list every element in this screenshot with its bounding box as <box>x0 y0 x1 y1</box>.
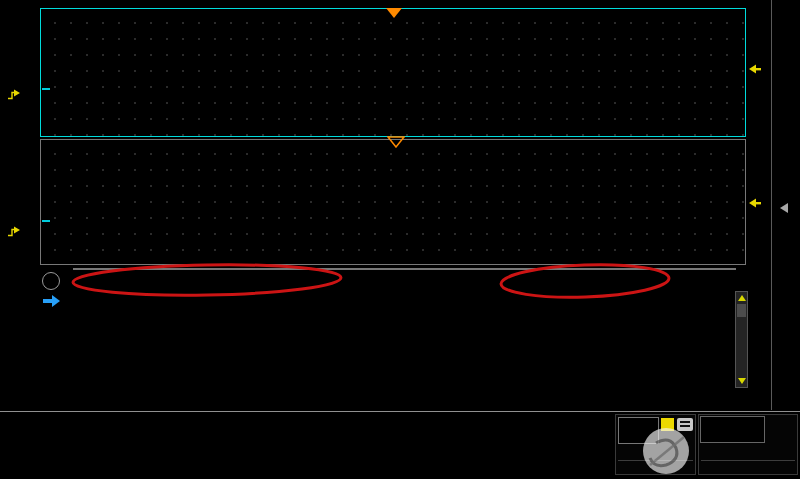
trigger-source-badge <box>661 418 674 431</box>
oscilloscope-screen <box>0 0 800 479</box>
scroll-down-icon[interactable] <box>738 378 746 384</box>
status-bar <box>0 411 800 479</box>
selected-row-arrow-icon <box>43 295 61 307</box>
table-scrollbar[interactable] <box>735 291 748 388</box>
acquisition-status[interactable] <box>618 417 659 444</box>
trigger-level-marker-top[interactable] <box>749 63 766 75</box>
decode-event-table <box>40 268 748 390</box>
decode-edge-icon <box>7 226 21 238</box>
trigger-coupling-icon <box>677 418 693 431</box>
bus-label-mid <box>42 220 50 222</box>
main-waveform-plot <box>41 9 745 136</box>
zoom-waveform-plot <box>41 140 745 264</box>
trigger-info-box[interactable] <box>615 414 696 475</box>
timebase-info-box[interactable] <box>698 414 798 475</box>
scroll-up-icon[interactable] <box>738 295 746 301</box>
decode-edge-icon <box>7 89 21 101</box>
zoom-window-position-icon <box>387 136 405 148</box>
timebase-scale-box <box>700 416 765 443</box>
bus-label-top <box>42 88 50 90</box>
left-arrow-icon <box>749 63 764 75</box>
divider <box>701 460 795 461</box>
trigger-position-icon[interactable] <box>386 8 402 18</box>
scrollbar-thumb[interactable] <box>737 304 746 317</box>
panel-collapse-icon[interactable] <box>778 202 790 214</box>
side-panel-divider <box>771 0 772 410</box>
left-arrow-icon <box>749 197 764 209</box>
main-waveform-panel <box>40 8 746 137</box>
divider <box>618 460 693 461</box>
zoom-waveform-panel <box>40 139 746 265</box>
decode-channel-label-top <box>6 89 21 101</box>
decode-table-grid <box>73 268 736 270</box>
bus-table-icon[interactable] <box>42 272 60 290</box>
trigger-level-marker-mid[interactable] <box>749 197 766 209</box>
decode-channel-label-mid <box>6 226 21 238</box>
